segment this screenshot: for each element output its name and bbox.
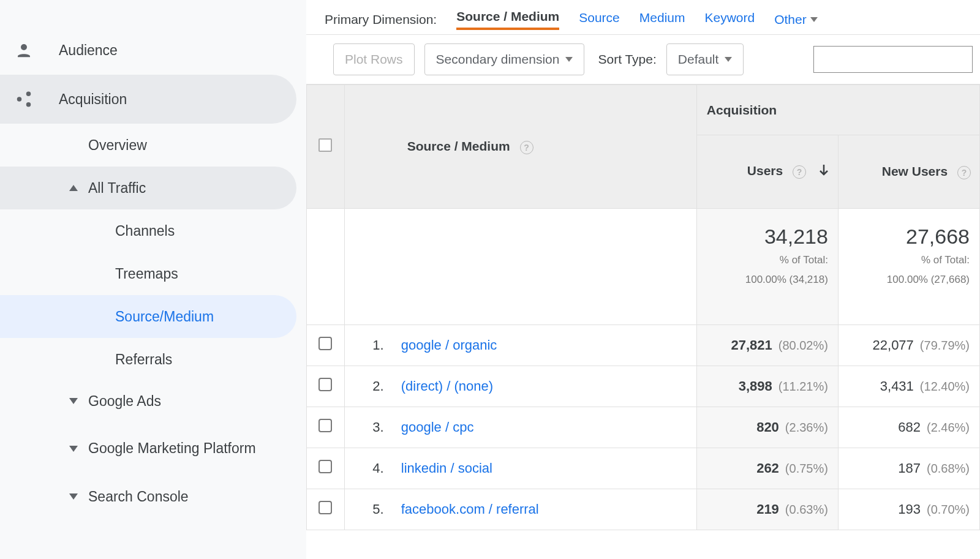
- subsub-source-medium-label: Source/Medium: [115, 309, 214, 325]
- dimension-header[interactable]: Source / Medium ?: [344, 85, 696, 209]
- dim-tab-keyword[interactable]: Keyword: [705, 10, 755, 29]
- subsub-referrals-label: Referrals: [115, 351, 172, 368]
- dimension-header-label: Source / Medium: [407, 139, 510, 153]
- new-users-value: 682: [898, 419, 921, 435]
- dim-tab-medium[interactable]: Medium: [639, 10, 685, 29]
- new-users-pct: (79.79%): [920, 339, 970, 352]
- dim-tab-other-label: Other: [774, 12, 807, 27]
- sort-type-button[interactable]: Default: [666, 43, 744, 75]
- plot-rows-button[interactable]: Plot Rows: [333, 43, 415, 75]
- select-all-header: [307, 85, 345, 209]
- source-medium-link[interactable]: google / organic: [401, 337, 497, 353]
- users-pct: (11.21%): [778, 380, 828, 393]
- dim-tab-other[interactable]: Other: [774, 12, 818, 27]
- total-users-sub1: % of Total:: [703, 252, 828, 268]
- acquisition-sublist: Overview All Traffic Channels Treemaps S…: [0, 124, 306, 517]
- help-icon[interactable]: ?: [793, 165, 806, 179]
- table-row: 2. (direct) / (none) 3,898(11.21%) 3,431…: [307, 366, 980, 407]
- subsub-channels-label: Channels: [115, 223, 175, 239]
- total-new-users-sub2: 100.00% (27,668): [845, 272, 970, 288]
- data-table: Source / Medium ? Acquisition Users ?: [306, 84, 980, 530]
- total-new-users-sub1: % of Total:: [845, 252, 970, 268]
- total-new-users: 27,668: [845, 225, 970, 249]
- sub-overview[interactable]: Overview: [0, 124, 296, 167]
- subsub-treemaps[interactable]: Treemaps: [0, 252, 296, 295]
- secondary-dimension-label: Secondary dimension: [436, 52, 560, 67]
- row-checkbox[interactable]: [318, 378, 332, 391]
- row-checkbox[interactable]: [318, 337, 332, 350]
- caret-down-icon: [59, 398, 88, 404]
- row-index: 3.: [361, 419, 384, 435]
- primary-dimension-label: Primary Dimension:: [325, 12, 437, 27]
- dim-tab-source-medium[interactable]: Source / Medium: [456, 9, 559, 30]
- nav-audience-label: Audience: [59, 42, 118, 59]
- acq-section-label: Acquisition: [707, 103, 777, 117]
- table-search-input[interactable]: [813, 46, 973, 73]
- new-users-value: 193: [898, 501, 921, 517]
- sub-gmp[interactable]: Google Marketing Platform: [0, 421, 296, 476]
- row-checkbox[interactable]: [318, 419, 332, 432]
- col-users-header[interactable]: Users ?: [696, 135, 838, 209]
- plot-rows-label: Plot Rows: [345, 52, 403, 67]
- sub-all-traffic-label: All Traffic: [88, 180, 146, 197]
- new-users-value: 3,431: [880, 378, 914, 394]
- dim-tab-source[interactable]: Source: [579, 10, 620, 29]
- chevron-down-icon: [725, 57, 732, 62]
- users-pct: (0.75%): [785, 462, 828, 475]
- help-icon[interactable]: ?: [520, 141, 533, 154]
- totals-row: 34,218 % of Total: 100.00% (34,218) 27,6…: [307, 209, 980, 325]
- col-new-users-label: New Users: [882, 164, 948, 178]
- audience-icon: [15, 41, 59, 59]
- source-medium-link[interactable]: linkedin / social: [401, 460, 492, 476]
- caret-down-icon: [59, 446, 88, 452]
- chevron-down-icon: [810, 17, 818, 22]
- sort-desc-icon: [818, 163, 829, 180]
- table-row: 4. linkedin / social 262(0.75%) 187(0.68…: [307, 448, 980, 489]
- row-index: 1.: [361, 337, 384, 353]
- subsub-channels[interactable]: Channels: [0, 209, 296, 252]
- chevron-down-icon: [565, 57, 573, 62]
- nav-audience[interactable]: Audience: [0, 26, 296, 75]
- total-users-sub2: 100.00% (34,218): [703, 272, 828, 288]
- users-pct: (2.36%): [785, 421, 828, 434]
- row-index: 4.: [361, 460, 384, 476]
- caret-down-icon: [59, 493, 88, 500]
- svg-point-3: [26, 102, 31, 107]
- col-new-users-header[interactable]: New Users ?: [838, 135, 979, 209]
- table-row: 3. google / cpc 820(2.36%) 682(2.46%): [307, 407, 980, 448]
- subsub-source-medium[interactable]: Source/Medium: [0, 295, 296, 338]
- sub-all-traffic[interactable]: All Traffic: [0, 167, 296, 209]
- svg-point-0: [21, 44, 27, 50]
- row-checkbox[interactable]: [318, 460, 332, 473]
- source-medium-link[interactable]: facebook.com / referral: [401, 501, 539, 517]
- sub-search-console-label: Search Console: [88, 489, 189, 505]
- users-value: 820: [756, 419, 779, 435]
- help-icon[interactable]: ?: [957, 166, 971, 179]
- total-users: 34,218: [703, 225, 828, 249]
- sort-type-value: Default: [678, 52, 719, 67]
- sub-search-console[interactable]: Search Console: [0, 476, 296, 517]
- source-medium-link[interactable]: (direct) / (none): [401, 378, 493, 394]
- nav-acquisition[interactable]: Acquisition: [0, 75, 296, 124]
- new-users-value: 187: [898, 460, 921, 476]
- new-users-value: 22,077: [873, 337, 914, 353]
- row-index: 2.: [361, 378, 384, 394]
- table-toolbar: Plot Rows Secondary dimension Sort Type:…: [306, 34, 980, 84]
- nav-acquisition-label: Acquisition: [59, 91, 127, 108]
- new-users-pct: (0.70%): [927, 503, 970, 516]
- new-users-pct: (0.68%): [927, 462, 970, 475]
- select-all-checkbox[interactable]: [318, 138, 332, 152]
- sub-overview-label: Overview: [88, 137, 147, 154]
- source-medium-link[interactable]: google / cpc: [401, 419, 474, 435]
- subsub-referrals[interactable]: Referrals: [0, 338, 296, 381]
- acquisition-icon: [15, 90, 59, 108]
- col-users-label: Users: [747, 163, 783, 178]
- svg-point-1: [17, 97, 22, 102]
- sidebar: Audience Acquisition Overview All Traffi…: [0, 0, 306, 559]
- secondary-dimension-button[interactable]: Secondary dimension: [424, 43, 585, 75]
- table-row: 5. facebook.com / referral 219(0.63%) 19…: [307, 489, 980, 530]
- row-checkbox[interactable]: [318, 501, 332, 514]
- subsub-treemaps-label: Treemaps: [115, 266, 178, 282]
- new-users-pct: (2.46%): [927, 421, 970, 434]
- sub-google-ads[interactable]: Google Ads: [0, 381, 296, 421]
